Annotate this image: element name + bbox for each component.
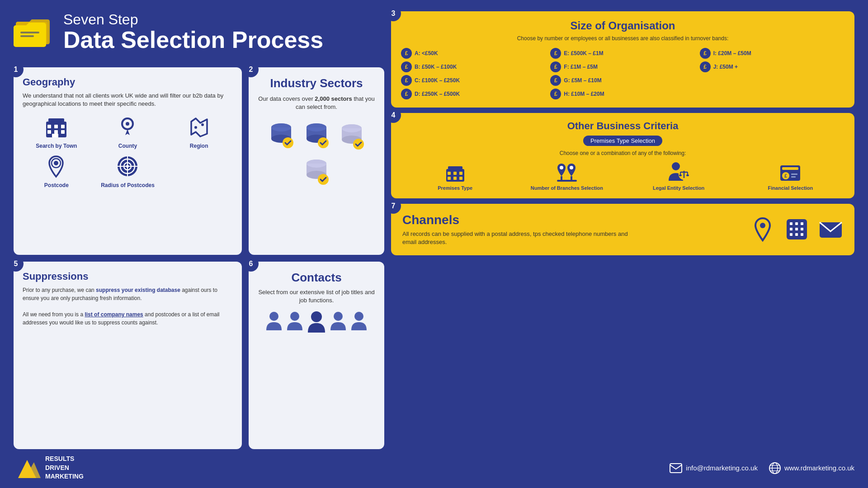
svg-rect-10 <box>54 130 58 134</box>
geo-icons-row1: Search by Town County <box>23 113 233 149</box>
size-empty-2 <box>700 89 844 99</box>
svg-point-45 <box>269 312 278 321</box>
step2-title: Industry Sectors <box>270 76 363 90</box>
svg-rect-62 <box>557 180 577 182</box>
svg-rect-3 <box>20 35 34 37</box>
svg-rect-60 <box>561 176 562 180</box>
svg-point-38 <box>342 124 362 132</box>
step7-card: 7 Channels All records can be supplied w… <box>391 204 854 255</box>
county-label: County <box>118 143 137 149</box>
svg-rect-2 <box>20 32 39 33</box>
step6-card: 6 Contacts Select from our extensive lis… <box>249 262 384 449</box>
svg-rect-57 <box>459 177 462 180</box>
channels-content: Channels All records can be supplied wit… <box>402 213 628 246</box>
folder-stack-icon <box>14 13 54 49</box>
svg-rect-87 <box>801 233 803 236</box>
svg-rect-72 <box>782 167 798 170</box>
person-icons <box>258 310 375 334</box>
header-subtitle: Seven Step <box>63 11 323 28</box>
size-label-c: C: £100K – £250K <box>415 77 460 84</box>
size-empty-1 <box>700 75 844 86</box>
step3-title: Size of Organisation <box>401 19 844 32</box>
footer-website-text: www.rdmarketing.co.uk <box>784 464 854 472</box>
step1-card: 1 Geography We understand that not all c… <box>14 67 242 255</box>
search-town-label: Search by Town <box>36 143 77 149</box>
financial-label: Financial Selection <box>768 185 813 191</box>
step4-card: 4 Other Business Criteria Premises Type … <box>391 113 854 198</box>
logo-line-1: RESULTS <box>45 455 84 464</box>
geo-county: County <box>94 113 162 149</box>
size-label-e: E: £500K – £1M <box>564 50 603 56</box>
svg-point-48 <box>334 312 343 321</box>
building-icon <box>44 115 69 140</box>
radius-icon <box>115 154 140 179</box>
svg-point-28 <box>271 123 291 131</box>
postcode-icon-box <box>43 153 70 180</box>
step3-subtitle: Choose by number or employees or all bus… <box>401 35 844 42</box>
geo-postcode: Postcode <box>23 153 90 188</box>
region-icon <box>187 115 212 140</box>
county-icon <box>115 115 140 140</box>
legal-entity-icon <box>667 162 690 183</box>
size-band-c: £ C: £100K – £250K <box>401 75 546 86</box>
svg-rect-54 <box>459 172 462 175</box>
svg-rect-85 <box>790 233 793 236</box>
logo-line-3: MARKETING <box>45 472 84 481</box>
rdm-logo-icon <box>14 458 41 478</box>
step2-number: 2 <box>243 62 259 77</box>
size-band-b: £ B: £50K – £100K <box>401 61 546 72</box>
svg-rect-6 <box>47 125 51 128</box>
pound-c: £ <box>401 75 412 86</box>
size-label-g: G: £5M – £10M <box>564 77 601 84</box>
step4-number: 4 <box>386 108 401 123</box>
pound-j: £ <box>700 61 711 72</box>
person-icon-4 <box>330 310 347 333</box>
svg-rect-84 <box>801 228 803 230</box>
step5-para2: All we need from you is a list of compan… <box>23 310 233 327</box>
size-label-h: H: £10M – £20M <box>564 91 604 97</box>
header-text: Seven Step Data Selection Process <box>63 11 323 52</box>
svg-point-14 <box>126 122 129 126</box>
size-label-d: D: £250K – £500K <box>415 91 460 97</box>
svg-rect-8 <box>61 125 65 128</box>
region-label: Region <box>190 143 208 149</box>
search-town-icon-box <box>43 113 70 141</box>
svg-rect-53 <box>453 172 457 175</box>
svg-rect-51 <box>448 166 462 169</box>
svg-point-33 <box>307 123 326 131</box>
size-band-a: £ A: <£50K <box>401 48 546 59</box>
svg-point-15 <box>194 126 197 129</box>
step5-number: 5 <box>8 256 24 272</box>
right-column: 3 Size of Organisation Choose by number … <box>391 11 854 449</box>
person-icon-center <box>307 310 326 334</box>
pound-d: £ <box>401 89 412 99</box>
email-icon <box>670 463 682 473</box>
step1-number: 1 <box>8 62 24 77</box>
footer-contact: info@rdmarketing.co.uk www.rdmarketing.c… <box>670 462 854 474</box>
left-bottom-row: 5 Suppressions Prior to any purchase, we… <box>14 262 384 449</box>
channels-icons <box>750 217 843 242</box>
size-band-g: £ G: £5M – £10M <box>550 75 695 86</box>
criteria-financial: £ Financial Selection <box>736 162 844 191</box>
pound-f: £ <box>550 61 561 72</box>
step4-title: Other Business Criteria <box>401 120 844 132</box>
svg-rect-86 <box>795 233 798 236</box>
size-label-i: I: £20M – £50M <box>713 50 751 56</box>
premises-label: Premises Type <box>438 185 472 191</box>
svg-point-16 <box>201 123 204 126</box>
svg-rect-91 <box>670 464 682 473</box>
header-title: Data Selection Process <box>63 28 323 52</box>
svg-rect-76 <box>791 176 796 178</box>
person-icon-1 <box>265 310 283 333</box>
geo-region: Region <box>165 113 233 149</box>
step5-para1: Prior to any purchase, we can suppress y… <box>23 286 233 302</box>
step6-number: 6 <box>243 256 259 272</box>
svg-point-58 <box>560 166 563 169</box>
svg-rect-75 <box>791 174 797 175</box>
branches-label: Number of Branches Selection <box>531 185 603 191</box>
criteria-legal: Legal Entity Selection <box>625 162 733 191</box>
svg-rect-12 <box>52 134 58 137</box>
size-band-i: £ I: £20M – £50M <box>700 48 844 59</box>
step7-description: All records can be supplied with a posta… <box>402 230 628 246</box>
svg-point-17 <box>54 161 58 165</box>
